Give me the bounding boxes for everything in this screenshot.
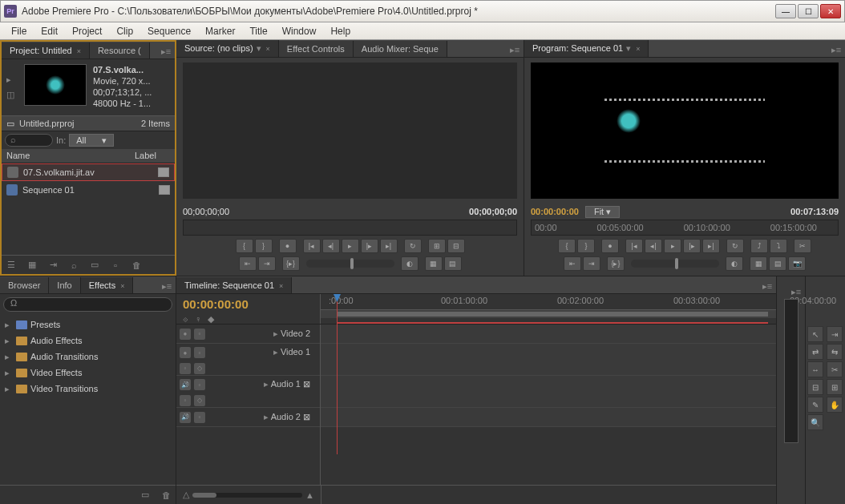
- bin-icon[interactable]: ▭: [6, 119, 14, 129]
- goto-in-button[interactable]: |◂: [625, 239, 643, 253]
- maximize-button[interactable]: ☐: [798, 4, 819, 18]
- close-icon[interactable]: ×: [77, 47, 81, 55]
- output-button[interactable]: ▤: [769, 256, 786, 271]
- export-frame-button[interactable]: 📷: [788, 256, 806, 271]
- program-monitor[interactable]: [531, 62, 839, 199]
- set-in-button[interactable]: {: [236, 239, 253, 253]
- lock-icon[interactable]: ▫: [194, 329, 205, 340]
- track-select-tool[interactable]: ⇥: [827, 326, 843, 342]
- minimize-button[interactable]: —: [775, 4, 796, 18]
- lock-icon[interactable]: ▫: [194, 347, 205, 358]
- project-item[interactable]: Sequence 01: [2, 181, 175, 199]
- timeline-timecode[interactable]: 00:00:00:00: [183, 297, 313, 311]
- panel-menu-icon[interactable]: ▸≡: [760, 279, 774, 293]
- prev-edit-button[interactable]: ⇤: [239, 256, 257, 271]
- new-item-icon[interactable]: ▫: [109, 260, 122, 270]
- panel-menu-icon[interactable]: ▸≡: [160, 279, 174, 293]
- panel-menu-icon[interactable]: ▸≡: [829, 42, 843, 57]
- menu-edit[interactable]: Edit: [34, 24, 64, 38]
- step-fwd-button[interactable]: |▸: [683, 239, 701, 253]
- automate-icon[interactable]: ⇥: [46, 260, 59, 270]
- jog-wheel[interactable]: ◐: [726, 256, 743, 271]
- overlay-button[interactable]: ⊟: [447, 239, 465, 253]
- hand-tool[interactable]: ✋: [827, 397, 843, 413]
- next-edit-button[interactable]: ⇥: [583, 256, 600, 271]
- item-label-swatch[interactable]: [158, 167, 169, 177]
- safe-margins-button[interactable]: ▦: [425, 256, 443, 271]
- program-ruler[interactable]: 00:00 00:05:00:00 00:10:00:00 00:15:00:0…: [531, 220, 839, 236]
- marker-button[interactable]: ●: [279, 239, 297, 253]
- insert-button[interactable]: ⊞: [428, 239, 446, 253]
- safe-margins-button[interactable]: ▦: [750, 256, 767, 271]
- close-icon[interactable]: ×: [636, 45, 640, 53]
- menu-title[interactable]: Title: [243, 24, 273, 38]
- play-preview-icon[interactable]: ▸: [6, 75, 18, 85]
- work-area-bar[interactable]: [337, 312, 768, 317]
- step-back-button[interactable]: ◂|: [322, 239, 340, 253]
- zoom-out-icon[interactable]: △: [183, 490, 189, 500]
- speaker-icon[interactable]: 🔊: [180, 379, 191, 390]
- col-label[interactable]: Label: [130, 149, 161, 163]
- goto-in-button[interactable]: |◂: [303, 239, 321, 253]
- source-ruler[interactable]: [183, 220, 517, 236]
- menu-project[interactable]: Project: [66, 24, 108, 38]
- menu-file[interactable]: File: [5, 24, 33, 38]
- trim-button[interactable]: ✂: [794, 239, 811, 253]
- in-filter-dropdown[interactable]: All ▾: [69, 134, 114, 147]
- next-edit-button[interactable]: ⇥: [258, 256, 276, 271]
- track-header-video2[interactable]: ●▫ Video 2: [176, 325, 320, 344]
- close-icon[interactable]: ×: [266, 45, 270, 53]
- snap-icon[interactable]: ⟐: [183, 314, 188, 325]
- new-bin-icon[interactable]: ▭: [139, 490, 152, 500]
- play-inout-button[interactable]: {▸}: [607, 256, 625, 271]
- effects-search-input[interactable]: Ω: [3, 297, 172, 312]
- eye-icon[interactable]: ●: [180, 329, 191, 340]
- lock-icon[interactable]: ▫: [194, 412, 205, 423]
- item-label-swatch[interactable]: [159, 185, 170, 195]
- menu-marker[interactable]: Marker: [199, 24, 241, 38]
- tab-info[interactable]: Info: [49, 277, 80, 293]
- effects-folder-presets[interactable]: ▸Presets: [0, 317, 176, 333]
- tab-browser[interactable]: Browser: [0, 277, 49, 293]
- search-input[interactable]: ⌕: [5, 134, 53, 147]
- close-icon[interactable]: ×: [279, 282, 283, 290]
- tab-effects[interactable]: Effects×: [81, 277, 134, 293]
- effects-folder-audio-effects[interactable]: ▸Audio Effects: [0, 333, 176, 349]
- effects-folder-video-transitions[interactable]: ▸Video Transitions: [0, 381, 176, 397]
- menu-clip[interactable]: Clip: [110, 24, 139, 38]
- collapse-icon[interactable]: ▫: [180, 395, 191, 406]
- tab-timeline[interactable]: Timeline: Sequence 01×: [176, 277, 292, 293]
- track-header-audio2[interactable]: 🔊▫ Audio 2 ⊠: [176, 408, 320, 427]
- panel-menu-icon[interactable]: ▸≡: [159, 44, 173, 58]
- play-button[interactable]: ▸: [342, 239, 359, 253]
- tab-project[interactable]: Project: Untitled×: [2, 42, 90, 58]
- lift-button[interactable]: ⤴: [750, 239, 768, 253]
- playhead[interactable]: [337, 294, 338, 454]
- marker-button[interactable]: ●: [601, 239, 619, 253]
- slip-tool[interactable]: ⊟: [807, 379, 823, 395]
- goto-out-button[interactable]: ▸|: [702, 239, 720, 253]
- clip-thumbnail[interactable]: [24, 64, 87, 106]
- close-icon[interactable]: ×: [120, 282, 124, 290]
- output-button[interactable]: ▤: [444, 256, 462, 271]
- set-out-button[interactable]: }: [255, 239, 273, 253]
- tab-audio-mixer[interactable]: Audio Mixer: Seque: [354, 41, 447, 57]
- rate-stretch-tool[interactable]: ↔: [807, 361, 823, 377]
- tab-source[interactable]: Source: (no clips)▾×: [176, 40, 279, 57]
- col-name[interactable]: Name: [2, 149, 130, 163]
- marker-icon[interactable]: ♀: [195, 314, 201, 325]
- tab-program[interactable]: Program: Sequence 01▾×: [524, 40, 649, 57]
- source-tc-in[interactable]: 00;00;00;00: [183, 207, 229, 216]
- step-fwd-button[interactable]: |▸: [361, 239, 378, 253]
- selection-tool[interactable]: ↖: [807, 326, 823, 342]
- delete-icon[interactable]: 🗑: [130, 260, 143, 270]
- tab-effect-controls[interactable]: Effect Controls: [279, 41, 354, 57]
- razor-tool[interactable]: ✂: [827, 361, 843, 377]
- play-inout-button[interactable]: {▸}: [282, 256, 300, 271]
- menu-help[interactable]: Help: [324, 24, 357, 38]
- timeline-ruler[interactable]: :00:00 00:01:00:00 00:02:00:00 00:03:00:…: [321, 294, 776, 324]
- delete-icon[interactable]: 🗑: [160, 490, 172, 500]
- track-header-audio1[interactable]: 🔊▫ Audio 1 ⊠ ▫◇: [176, 376, 320, 408]
- speaker-icon[interactable]: 🔊: [180, 412, 191, 423]
- collapse-icon[interactable]: ▫: [180, 363, 191, 374]
